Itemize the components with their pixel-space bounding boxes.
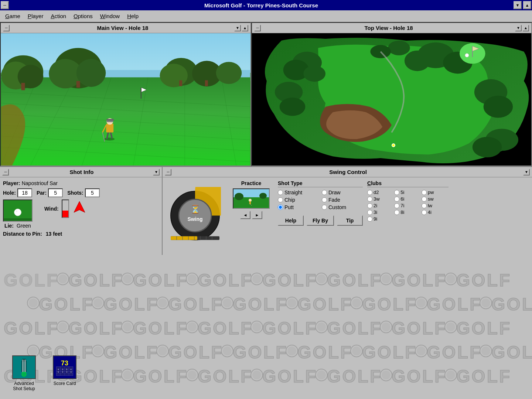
main-view-system-btn[interactable]: ─ [3, 25, 10, 31]
wind-label: Wind: [44, 206, 59, 212]
club-lw-radio[interactable] [422, 203, 427, 208]
svg-point-165 [223, 347, 232, 355]
shot-info-scroll[interactable]: ▼ [153, 169, 160, 175]
top-view-system-btn[interactable]: ─ [254, 25, 261, 31]
svg-point-141 [188, 323, 197, 331]
desktop-area: GOLF GOLF GOLF GOLF GOLF GOLF GOLF [0, 255, 532, 399]
club-pw[interactable]: pw [422, 190, 449, 195]
help-button[interactable]: Help [278, 215, 304, 226]
club-pw-radio[interactable] [422, 190, 427, 195]
shot-draw[interactable]: Draw [322, 190, 363, 195]
svg-point-101 [317, 274, 326, 283]
menu-game[interactable]: Game [1, 11, 24, 21]
club-7i-radio[interactable] [394, 203, 399, 208]
swing-system-btn[interactable]: ─ [165, 169, 171, 175]
shot-straight[interactable]: Straight [278, 190, 319, 195]
club-3w-radio[interactable] [367, 197, 372, 202]
menu-action[interactable]: Action [47, 11, 70, 21]
practice-prev-btn[interactable]: ◄ [240, 211, 250, 219]
club-5i-radio[interactable] [394, 190, 399, 195]
shot-straight-radio[interactable] [278, 190, 283, 195]
top-view-content[interactable] [252, 33, 531, 166]
club-d2-radio[interactable] [367, 190, 372, 195]
swing-meter-area[interactable]: ⏳ Swing [166, 180, 225, 252]
svg-text:GOLF: GOLF [392, 270, 447, 290]
top-view-scroll-up[interactable]: ▲ [522, 25, 529, 31]
shot-custom-label: Custom [328, 204, 346, 210]
main-view-content[interactable] [1, 33, 250, 166]
stats-row: Hole: 18 Par: 5 Shots: 5 [3, 188, 159, 197]
club-3i[interactable]: 3i [367, 209, 394, 215]
club-4i[interactable]: 4i [422, 209, 449, 215]
shot-putt[interactable]: Putt [278, 204, 319, 210]
club-8i[interactable]: 8i [394, 209, 421, 215]
par-value: 5 [48, 188, 63, 197]
club-sw[interactable]: sw [422, 196, 449, 202]
practice-next-btn[interactable]: ► [252, 211, 262, 219]
shot-chip[interactable]: Chip [278, 197, 319, 203]
svg-text:3: 3 [70, 371, 71, 373]
club-5i[interactable]: 5i [394, 190, 421, 195]
svg-point-60 [392, 144, 395, 146]
svg-text:GOLF: GOLF [133, 366, 188, 386]
clubs-area: Clubs d2 5i pw [367, 180, 449, 252]
menu-help[interactable]: Help [123, 11, 142, 21]
svg-text:5: 5 [66, 368, 67, 371]
svg-point-58 [465, 54, 469, 57]
club-lw[interactable]: lw [422, 203, 449, 208]
svg-point-193 [317, 371, 326, 379]
shot-chip-radio[interactable] [278, 197, 283, 202]
shot-custom[interactable]: Custom [322, 204, 363, 210]
menu-options[interactable]: Options [70, 11, 96, 21]
club-8i-radio[interactable] [394, 210, 399, 215]
svg-point-92 [123, 274, 132, 283]
club-8i-label: 8i [400, 209, 404, 215]
club-sw-radio[interactable] [422, 197, 427, 202]
tip-button[interactable]: Tip [337, 215, 363, 226]
svg-point-50 [280, 98, 306, 116]
score-card-icon[interactable]: 73 4 3 5 [48, 355, 81, 392]
club-3i-radio[interactable] [367, 210, 372, 215]
system-menu-button[interactable]: ─ [1, 1, 9, 9]
menu-window[interactable]: Window [96, 11, 123, 21]
club-9i[interactable]: 9i [367, 216, 394, 222]
shot-putt-label: Putt [284, 204, 294, 210]
svg-point-84 [235, 193, 243, 200]
club-d2[interactable]: d2 [367, 190, 394, 195]
svg-text:GOLF: GOLF [233, 342, 288, 362]
club-2i-radio[interactable] [367, 203, 372, 208]
main-view-scroll-up[interactable]: ▲ [242, 25, 248, 31]
svg-point-177 [481, 347, 490, 355]
club-6i[interactable]: 6i [394, 196, 421, 202]
club-3w[interactable]: 3w [367, 196, 394, 202]
shot-draw-radio[interactable] [322, 190, 327, 195]
swing-meter-svg[interactable]: ⏳ Swing [169, 187, 221, 244]
shot-custom-radio[interactable] [322, 205, 327, 210]
flyby-button[interactable]: Fly By [307, 215, 334, 226]
svg-point-171 [352, 347, 361, 355]
par-label: Par: [37, 190, 47, 196]
maximize-button[interactable]: ▲ [523, 1, 531, 9]
wind-section: Wind: [44, 200, 87, 218]
club-7i[interactable]: 7i [394, 203, 421, 208]
minimize-button[interactable]: ▼ [514, 1, 522, 9]
club-6i-radio[interactable] [394, 197, 399, 202]
club-2i[interactable]: 2i [367, 203, 394, 208]
shot-info-system-btn[interactable]: ─ [2, 169, 9, 175]
top-view-scroll-down[interactable]: ▼ [515, 25, 522, 31]
advanced-shot-setup-icon[interactable]: AdvancedShot Setup [7, 355, 41, 392]
main-view-scroll-down[interactable]: ▼ [234, 25, 241, 31]
shot-fade-radio[interactable] [322, 197, 327, 202]
svg-point-63 [14, 209, 21, 216]
clubs-title: Clubs [367, 180, 449, 187]
svg-text:GOLF: GOLF [133, 270, 188, 290]
shot-fade[interactable]: Fade [322, 197, 363, 203]
club-4i-radio[interactable] [422, 210, 427, 215]
svg-text:GOLF: GOLF [392, 366, 447, 386]
player-name: Napostriouf Sar [22, 180, 58, 186]
club-9i-radio[interactable] [367, 216, 372, 222]
shot-putt-radio[interactable] [278, 205, 283, 210]
swing-scroll[interactable]: ▼ [523, 169, 530, 175]
svg-text:GOLF: GOLF [168, 342, 223, 362]
menu-player[interactable]: Player [24, 11, 47, 21]
